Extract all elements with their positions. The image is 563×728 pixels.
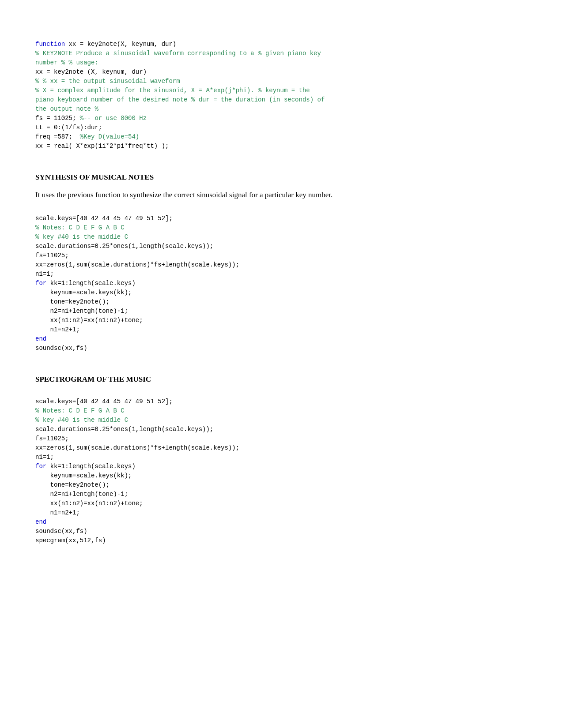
code-token-nm: keynum=scale.keys(kk); [35,472,132,479]
code-line: % key #40 is the middle C [35,416,528,425]
code-token-kw: for [35,280,46,287]
code-line: xx=zeros(1,sum(scale.durations)*fs+lengt… [35,260,528,270]
code-line: % X = complex amplitude for the sinusoid… [35,86,528,95]
code-token-nm: soundsc(xx,fs) [35,528,87,535]
code-token-nm: kk=1:length(scale.keys) [46,280,136,287]
code-token-cm: %Key D(value=54) [80,133,139,140]
code-token-nm: scale.keys=[40 42 44 45 47 49 51 52]; [35,398,173,405]
code-line: n2=n1+lentgh(tone)-1; [35,307,528,316]
code-line: for kk=1:length(scale.keys) [35,279,528,288]
code-token-nm: n1=1; [35,270,54,278]
code-line: scale.keys=[40 42 44 45 47 49 51 52]; [35,397,528,406]
code-line: soundsc(xx,fs) [35,344,528,353]
code-token-kw: function [35,41,65,48]
code-line: specgram(xx,512,fs) [35,536,528,545]
code-token-kw: end [35,518,46,525]
code-line: n1=1; [35,453,528,462]
code-token-nm: kk=1:length(scale.keys) [46,463,136,470]
code-line: freq =587; %Key D(value=54) [35,132,528,142]
code-token-nm: n1=n2+1; [35,326,80,333]
code-line: % KEY2NOTE Produce a sinusoidal waveform… [35,49,528,58]
code-line: xx = real( X*exp(1i*2*pi*freq*tt) ); [35,142,528,151]
code-token-cm: % key #40 is the middle C [35,233,128,240]
code-token-cm: % Notes: C D E F G A B C [35,407,125,414]
code-token-nm: xx=zeros(1,sum(scale.durations)*fs+lengt… [35,261,239,268]
code-line: fs=11025; [35,251,528,260]
code-token-nm: n2=n1+lentgh(tone)-1; [35,308,128,315]
code-line: xx(n1:n2)=xx(n1:n2)+tone; [35,499,528,508]
code-line: keynum=scale.keys(kk); [35,471,528,480]
code-token-nm: scale.keys=[40 42 44 45 47 49 51 52]; [35,215,173,222]
code-line: end [35,334,528,344]
code-token-nm: n2=n1+lentgh(tone)-1; [35,491,128,498]
code-line: n1=n2+1; [35,325,528,334]
code-token-cm: %-- or use 8000 Hz [80,115,147,122]
code-token-nm: n1=n2+1; [35,509,80,516]
code-token-nm: xx = key2note(X, keynum, dur) [65,41,176,48]
code-line: scale.keys=[40 42 44 45 47 49 51 52]; [35,214,528,223]
code-token-nm: soundsc(xx,fs) [35,345,87,352]
code-token-kw: end [35,335,46,342]
code-line: keynum=scale.keys(kk); [35,288,528,297]
code-line: for kk=1:length(scale.keys) [35,462,528,471]
code-line: tone=key2note(); [35,297,528,307]
code-token-nm: scale.durations=0.25*ones(1,length(scale… [35,426,213,433]
code-line: number % % usage: [35,58,528,68]
code-line: % % xx = the output sinusoidal waveform [35,77,528,86]
code-token-nm: fs = 11025; [35,115,80,122]
section-heading: SYNTHESIS OF MUSICAL NOTES [35,173,528,182]
code-token-nm: tone=key2note(); [35,481,110,488]
code-line: piano keyboard number of the desired not… [35,95,528,105]
code-token-kw: for [35,463,46,470]
code-line: fs=11025; [35,434,528,443]
section-heading: SPECTROGRAM OF THE MUSIC [35,375,528,384]
code-line: n2=n1+lentgh(tone)-1; [35,490,528,499]
code-token-nm: xx=zeros(1,sum(scale.durations)*fs+lengt… [35,444,239,451]
code-token-nm: freq =587; [35,133,80,140]
code-line: soundsc(xx,fs) [35,527,528,536]
code-token-nm: fs=11025; [35,435,69,442]
code-token-cm: number % % usage: [35,59,98,66]
code-token-nm: fs=11025; [35,252,69,259]
page-content: function xx = key2note(X, keynum, dur)% … [35,35,528,550]
code-token-nm: tt = 0:(1/fs):dur; [35,124,102,131]
code-line: % key #40 is the middle C [35,233,528,242]
code-block-spectrogram-code: scale.keys=[40 42 44 45 47 49 51 52];% N… [35,393,528,550]
code-block-function-block: function xx = key2note(X, keynum, dur)% … [35,35,528,155]
code-line: % Notes: C D E F G A B C [35,406,528,416]
code-token-cm: % Notes: C D E F G A B C [35,224,125,231]
code-line: xx(n1:n2)=xx(n1:n2)+tone; [35,316,528,325]
code-line: fs = 11025; %-- or use 8000 Hz [35,114,528,123]
prose-text: It uses the previous function to synthes… [35,189,528,201]
code-line: function xx = key2note(X, keynum, dur) [35,40,528,49]
code-line: % Notes: C D E F G A B C [35,223,528,233]
code-line: xx=zeros(1,sum(scale.durations)*fs+lengt… [35,443,528,453]
code-token-cm: piano keyboard number of the desired not… [35,96,325,103]
code-token-cm: % KEY2NOTE Produce a sinusoidal waveform… [35,50,321,57]
code-line: n1=1; [35,270,528,279]
code-line: tt = 0:(1/fs):dur; [35,123,528,132]
code-line: the output note % [35,105,528,114]
code-token-nm: n1=1; [35,454,54,461]
code-line: scale.durations=0.25*ones(1,length(scale… [35,242,528,251]
code-token-cm: % key #40 is the middle C [35,417,128,424]
code-token-nm: xx = real( X*exp(1i*2*pi*freq*tt) ); [35,143,169,150]
code-line: xx = key2note (X, keynum, dur) [35,68,528,77]
code-token-nm: scale.durations=0.25*ones(1,length(scale… [35,243,213,250]
code-token-nm: xx(n1:n2)=xx(n1:n2)+tone; [35,317,143,324]
code-token-nm: xx = key2note (X, keynum, dur) [35,68,147,75]
code-line: scale.durations=0.25*ones(1,length(scale… [35,425,528,434]
code-line: tone=key2note(); [35,480,528,490]
code-token-cm: % % xx = the output sinusoidal waveform [35,78,180,85]
code-token-nm: specgram(xx,512,fs) [35,537,106,544]
code-token-cm: the output note % [35,105,98,113]
code-token-nm: tone=key2note(); [35,298,110,305]
code-line: n1=n2+1; [35,508,528,518]
code-token-nm: keynum=scale.keys(kk); [35,289,132,296]
code-line: end [35,518,528,527]
code-token-cm: % X = complex amplitude for the sinusoid… [35,87,310,94]
code-block-synthesis-code: scale.keys=[40 42 44 45 47 49 51 52];% N… [35,210,528,357]
code-token-nm: xx(n1:n2)=xx(n1:n2)+tone; [35,500,143,507]
